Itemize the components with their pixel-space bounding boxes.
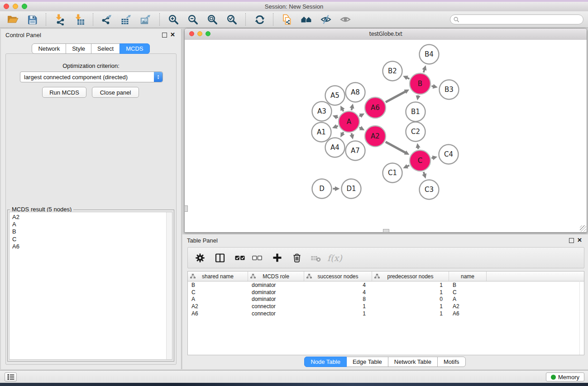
import-network-button[interactable]: [52, 12, 68, 27]
select-all-button[interactable]: [233, 251, 247, 265]
apply-layout-button[interactable]: [251, 12, 268, 27]
table-cell[interactable]: connector: [248, 303, 304, 310]
mcds-result-list[interactable]: A2ABCA6: [9, 212, 172, 360]
session-title: Session: New Session: [0, 3, 588, 10]
table-cell[interactable]: 8: [304, 296, 372, 302]
table-cell[interactable]: 1: [372, 289, 449, 295]
table-cell[interactable]: A: [188, 296, 248, 302]
search-box[interactable]: [450, 14, 583, 24]
table-cell[interactable]: 0: [372, 296, 449, 302]
result-list-scrollbar[interactable]: [166, 212, 172, 359]
table-cell[interactable]: 4: [304, 289, 372, 295]
mcds-result-item[interactable]: A6: [12, 243, 172, 250]
table-cell[interactable]: 4: [304, 282, 372, 288]
open-session-button[interactable]: [5, 12, 21, 27]
column-header-successor-nodes[interactable]: successor nodes: [304, 272, 372, 281]
table-row[interactable]: A2connector11A2: [188, 303, 584, 310]
table-cell[interactable]: connector: [248, 310, 304, 317]
table-cell[interactable]: A6: [188, 310, 248, 317]
table-cell[interactable]: A: [449, 296, 487, 302]
export-network-button[interactable]: [99, 12, 115, 27]
table-row[interactable]: Cdominator41C: [188, 289, 584, 296]
optimization-criterion-label: Optimization criterion:: [6, 62, 176, 69]
zoom-selected-button[interactable]: [224, 12, 240, 27]
tab-motifs[interactable]: Motifs: [437, 357, 466, 367]
table-cell[interactable]: dominator: [248, 296, 304, 302]
import-table-button[interactable]: [71, 12, 87, 27]
table-cell[interactable]: 1: [372, 310, 449, 317]
import-table-icon: [73, 14, 85, 25]
delete-column-button[interactable]: [290, 251, 304, 265]
close-panel-button[interactable]: Close panel: [92, 87, 139, 98]
column-header-predecessor-nodes[interactable]: predecessor nodes: [372, 272, 449, 281]
tab-select[interactable]: Select: [91, 43, 120, 54]
optimization-criterion-dropdown[interactable]: largest connected component (directed) ▲…: [20, 71, 163, 82]
deselect-all-button[interactable]: [250, 251, 264, 265]
close-panel-icon[interactable]: ✕: [577, 237, 582, 243]
show-column-panel-button[interactable]: [213, 251, 227, 265]
zoom-out-button[interactable]: [185, 12, 201, 27]
mcds-result-item[interactable]: A2: [12, 214, 172, 221]
task-history-button[interactable]: [5, 372, 17, 381]
table-row[interactable]: A6connector11A6: [188, 310, 584, 317]
tab-edge-table[interactable]: Edge Table: [346, 357, 388, 367]
main-window-titlebar[interactable]: Session: New Session: [0, 2, 588, 12]
table-cell[interactable]: dominator: [248, 282, 304, 288]
show-hidden-button[interactable]: [337, 12, 354, 27]
table-cell[interactable]: C: [449, 289, 487, 295]
table-cell[interactable]: A2: [188, 303, 248, 310]
network-canvas[interactable]: B4B2BB3A5A8A6B1A3AA1C2A2A4A7C4CC1C3DD1: [185, 40, 587, 232]
export-table-button[interactable]: [118, 12, 134, 27]
table-cell[interactable]: dominator: [248, 289, 304, 295]
save-session-button[interactable]: [24, 12, 40, 27]
toolbar-separator: [159, 13, 160, 26]
table-cell[interactable]: 1: [304, 310, 372, 317]
column-type-icon: [374, 274, 380, 279]
column-header-MCDS-role[interactable]: MCDS role: [248, 272, 304, 281]
float-panel-icon[interactable]: [162, 33, 167, 38]
table-cell[interactable]: C: [188, 289, 248, 295]
show-all-button[interactable]: [298, 12, 315, 27]
column-header-shared-name[interactable]: shared name: [188, 272, 248, 281]
table-panel: Table Panel ✕: [182, 234, 588, 369]
run-mcds-button[interactable]: Run MCDS: [42, 87, 86, 98]
table-cell[interactable]: A2: [449, 303, 487, 310]
tab-mcds[interactable]: MCDS: [120, 43, 149, 54]
mcds-result-item[interactable]: A: [12, 221, 172, 228]
network-window-titlebar[interactable]: testGlobe.txt: [185, 29, 587, 40]
table-cell[interactable]: 1: [304, 303, 372, 310]
graph-edge-A2-C[interactable]: [386, 142, 406, 152]
new-network-from-selection-button[interactable]: [279, 12, 295, 27]
graph-edge-A6-B[interactable]: [386, 91, 406, 102]
table-row[interactable]: Adominator80A: [188, 296, 584, 303]
table-cell[interactable]: B: [449, 282, 487, 288]
canvas-edge-handle[interactable]: [383, 229, 389, 233]
export-network-icon: [101, 14, 113, 25]
export-image-button[interactable]: [138, 12, 154, 27]
float-panel-icon[interactable]: [569, 238, 574, 243]
create-column-button[interactable]: [270, 251, 284, 265]
table-cell[interactable]: B: [188, 282, 248, 288]
table-cell[interactable]: 1: [372, 303, 449, 310]
toolbar-separator: [46, 13, 47, 26]
table-cell[interactable]: A6: [449, 310, 487, 317]
tab-style[interactable]: Style: [66, 43, 91, 54]
tab-network-table[interactable]: Network Table: [388, 357, 438, 367]
hide-selected-button[interactable]: [318, 12, 334, 27]
table-row[interactable]: Bdominator41B: [188, 281, 584, 289]
close-panel-icon[interactable]: ✕: [170, 31, 175, 38]
tab-network[interactable]: Network: [32, 43, 66, 54]
search-input[interactable]: [461, 15, 583, 24]
table-cell[interactable]: 1: [372, 282, 449, 288]
mcds-result-item[interactable]: C: [12, 236, 172, 243]
canvas-edge-handle[interactable]: [184, 205, 188, 212]
memory-status-button[interactable]: Memory: [546, 372, 584, 381]
column-header-name[interactable]: name: [449, 272, 487, 281]
mcds-result-item[interactable]: B: [12, 228, 172, 235]
tab-node-table[interactable]: Node Table: [304, 357, 347, 367]
zoom-fit-button[interactable]: [204, 12, 220, 27]
resize-grip-icon[interactable]: [580, 225, 586, 232]
table-settings-button[interactable]: [193, 251, 207, 265]
zoom-in-button[interactable]: [165, 12, 182, 27]
plus-icon: [272, 252, 283, 263]
